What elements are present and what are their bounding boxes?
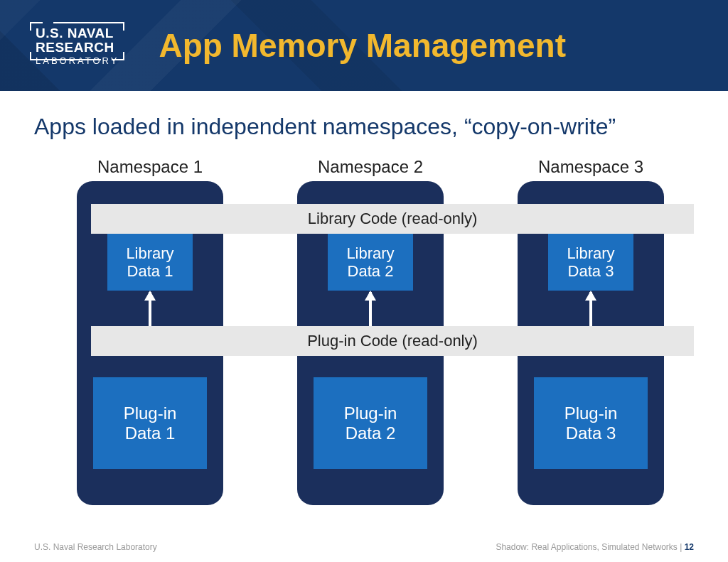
arrow-3 <box>589 292 592 326</box>
plugin-data-3: Plug-in Data 3 <box>534 377 648 469</box>
namespace-label-1: Namespace 1 <box>77 157 223 177</box>
slide-footer: U.S. Naval Research Laboratory Shadow: R… <box>0 542 728 552</box>
plugin-data-1: Plug-in Data 1 <box>93 377 207 469</box>
arrow-1 <box>149 292 151 326</box>
library-data-2: Library Data 2 <box>328 234 413 291</box>
slide-title: App Memory Management <box>159 26 566 65</box>
namespace-label-2: Namespace 2 <box>297 157 444 177</box>
footer-left: U.S. Naval Research Laboratory <box>34 542 157 552</box>
namespace-label-3: Namespace 3 <box>518 157 664 177</box>
footer-right: Shadow: Real Applications, Simulated Net… <box>496 542 694 552</box>
library-code-band: Library Code (read-only) <box>91 204 694 234</box>
library-data-3: Library Data 3 <box>548 234 633 291</box>
arrow-2 <box>369 292 372 326</box>
slide-subtitle: Apps loaded in independent namespaces, “… <box>34 114 694 140</box>
plugin-code-band: Plug-in Code (read-only) <box>91 326 694 356</box>
page-number: 12 <box>685 542 694 552</box>
slide-header: U.S. NAVAL RESEARCH LABORATORY App Memor… <box>0 0 728 91</box>
library-data-1: Library Data 1 <box>107 234 193 291</box>
plugin-data-2: Plug-in Data 2 <box>314 377 427 469</box>
slide-content: Apps loaded in independent namespaces, “… <box>0 91 728 531</box>
nrl-logo: U.S. NAVAL RESEARCH LABORATORY <box>30 22 124 69</box>
memory-diagram: Namespace 1 Namespace 2 Namespace 3 Libr… <box>34 157 694 512</box>
